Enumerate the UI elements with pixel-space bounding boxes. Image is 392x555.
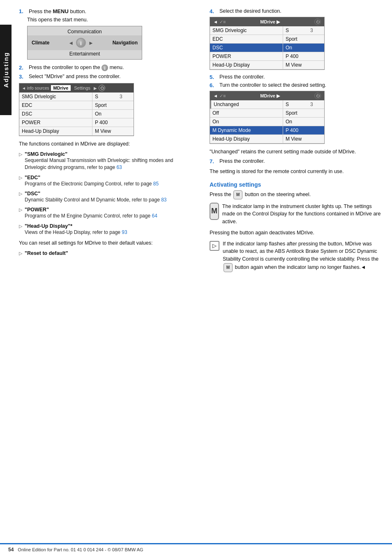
body-intro: The functions contained in MDrive are di… xyxy=(19,140,191,148)
table3-header: ◄ ✓≡ MDrive ▶ ⏻ xyxy=(210,91,324,100)
i-button[interactable]: i xyxy=(76,38,86,48)
m-indicator-text: The indicator lamp in the instrument clu… xyxy=(222,203,384,226)
link-85[interactable]: 85 xyxy=(153,181,159,187)
power-icon: ⏻ xyxy=(99,85,105,91)
bullet-arrow-icon: ▷ xyxy=(19,152,22,157)
tab-info-sources: ◄ info sources xyxy=(22,86,49,90)
step-4-block: 4. Select the desired function. xyxy=(210,8,384,14)
menu-bold: MENU xyxy=(53,8,69,14)
mdrive-table-2: ◄ ✓≡ MDrive ▶ ⏻ SMG Drivelogic S3 EDC Sp… xyxy=(210,17,325,70)
sidebar-label: Adjusting xyxy=(0,25,12,115)
step-5-block: 5. Press the controller. xyxy=(210,74,384,80)
table-row: Head-Up Display M View xyxy=(19,127,134,136)
link-64[interactable]: 64 xyxy=(152,213,157,219)
tab-settings: Settings xyxy=(72,85,92,91)
power-icon: ⏻ xyxy=(314,92,321,99)
step-3-text: Select "MDrive" and press the controller… xyxy=(29,74,121,79)
table-row: Off Sport xyxy=(210,109,324,118)
unchanged-note: "Unchanged" retains the current setting … xyxy=(210,148,384,156)
table-row: Unchanged S3 xyxy=(210,100,324,109)
step-1-number: 1. xyxy=(19,8,27,14)
step-4-number: 4. xyxy=(210,8,218,14)
step-1-sub: This opens the start menu. xyxy=(27,17,191,23)
footer-text: Online Edition for Part no. 01 41 0 014 … xyxy=(18,547,143,552)
page-number: 54 xyxy=(8,547,14,553)
step-2-text: Press the controller to open the i menu. xyxy=(29,65,124,71)
start-menu-image: Communication Climate ◄ i ► Navigation E… xyxy=(27,26,142,60)
step-5-text: Press the controller. xyxy=(219,74,265,80)
link-93[interactable]: 93 xyxy=(122,229,127,235)
step-6-text: Turn the controller to select the desire… xyxy=(219,82,326,88)
step-5-number: 5. xyxy=(210,74,218,80)
power-icon: ⏻ xyxy=(314,18,321,25)
table2-header: ◄ ✓≡ MDrive ▶ ⏻ xyxy=(210,17,324,26)
m-icon-box: M xyxy=(210,203,219,220)
bullet-arrow-icon: ▷ xyxy=(19,175,22,180)
menu-communication: Communication xyxy=(28,26,142,35)
step-6-number: 6. xyxy=(210,82,218,88)
table1-header: ◄ info sources MDrive Settings ▶ ⏻ xyxy=(19,83,134,92)
step-3-number: 3. xyxy=(19,74,27,80)
mdrive-table-3: ◄ ✓≡ MDrive ▶ ⏻ Unchanged S3 Off Sport O… xyxy=(210,91,325,144)
table-row: Head-Up Display M View xyxy=(210,135,324,143)
table-row: POWER P 400 xyxy=(210,52,324,61)
table-row: POWER P 400 xyxy=(19,118,134,127)
footer: 54 Online Edition for Part no. 01 41 0 0… xyxy=(0,543,392,555)
step-4-text: Select the desired function. xyxy=(219,8,281,14)
step-6-block: 6. Turn the controller to select the des… xyxy=(210,82,384,88)
table-row: SMG Drivelogic S3 xyxy=(210,26,324,35)
activating-intro: Press the M button on the steering wheel… xyxy=(210,190,384,199)
table-row: DSC On xyxy=(19,110,134,118)
bullet-item: ▷ "SMG Drivelogic" Sequential Manual Tra… xyxy=(19,151,191,171)
menu-climate: Climate xyxy=(32,40,49,46)
step-7-number: 7. xyxy=(210,158,218,164)
step-3-block: 3. Select "MDrive" and press the control… xyxy=(19,74,191,80)
table-row: SMG Drivelogic S3 xyxy=(19,92,134,101)
bullet-item: ▷ "DSC" Dynamic Stability Control and M … xyxy=(19,191,191,204)
deactivate-text: Pressing the button again deactivates MD… xyxy=(210,229,384,237)
table-row-highlighted: DSC On xyxy=(210,44,324,52)
menu-entertainment: Entertainment xyxy=(28,50,142,59)
reset-bullet: ▷ "Reset to default" xyxy=(19,250,191,256)
reset-intro: You can reset all settings for MDrive to… xyxy=(19,239,191,247)
i-button-inline: i xyxy=(101,65,108,71)
tab-mdrive-active: MDrive xyxy=(51,85,71,91)
table-row: EDC Sport xyxy=(210,35,324,44)
link-63[interactable]: 63 xyxy=(116,164,122,170)
bullet-item: ▷ "EDC" Programs of the Electronic Dampi… xyxy=(19,175,191,187)
bullet-item: ▷ "Head-Up Display"* Views of the Head-U… xyxy=(19,223,191,236)
step-2-block: 2. Press the controller to open the i me… xyxy=(19,65,191,71)
bullet-item: ▷ "POWER" Programs of the M Engine Dynam… xyxy=(19,207,191,220)
notice-triangle-icon: ▷ xyxy=(210,241,219,251)
mdrive-table-1: ◄ info sources MDrive Settings ▶ ⏻ SMG D… xyxy=(19,83,134,136)
notice-block: ▷ If the indicator lamp flashes after pr… xyxy=(210,240,384,272)
step-1-block: 1. Press the MENU button. This opens the… xyxy=(19,8,191,60)
stored-note: The setting is stored for the remote con… xyxy=(210,168,384,176)
m-button-notice: M xyxy=(224,263,233,272)
link-83[interactable]: 83 xyxy=(161,197,166,203)
step-7-text: Press the controller. xyxy=(219,158,265,164)
right-column: 4. Select the desired function. ◄ ✓≡ MDr… xyxy=(208,8,384,275)
bullet-arrow-icon: ▷ xyxy=(19,207,22,213)
left-column: 1. Press the MENU button. This opens the… xyxy=(19,8,195,275)
step-1-text: Press the MENU button. xyxy=(29,8,86,14)
table-row-highlighted: M Dynamic Mode P 400 xyxy=(210,126,324,135)
m-button-small: M xyxy=(233,190,242,199)
m-indicator-block: M The indicator lamp in the instrument c… xyxy=(210,203,384,226)
tab-next: ▶ xyxy=(94,86,97,90)
step-7-block: 7. Press the controller. xyxy=(210,158,384,164)
bullet-section: ▷ "SMG Drivelogic" Sequential Manual Tra… xyxy=(19,151,191,236)
bullet-arrow-icon: ▷ xyxy=(19,251,22,256)
table-row: On On xyxy=(210,118,324,126)
table-row: Head-Up Display M View xyxy=(210,61,324,69)
bullet-arrow-icon: ▷ xyxy=(19,224,22,229)
table-row: EDC Sport xyxy=(19,101,134,110)
menu-navigation: Navigation xyxy=(113,40,138,46)
step-2-number: 2. xyxy=(19,65,27,71)
activating-heading: Activating settings xyxy=(210,181,384,188)
notice-text: If the indicator lamp flashes after pres… xyxy=(223,240,384,272)
bullet-arrow-icon: ▷ xyxy=(19,191,22,197)
